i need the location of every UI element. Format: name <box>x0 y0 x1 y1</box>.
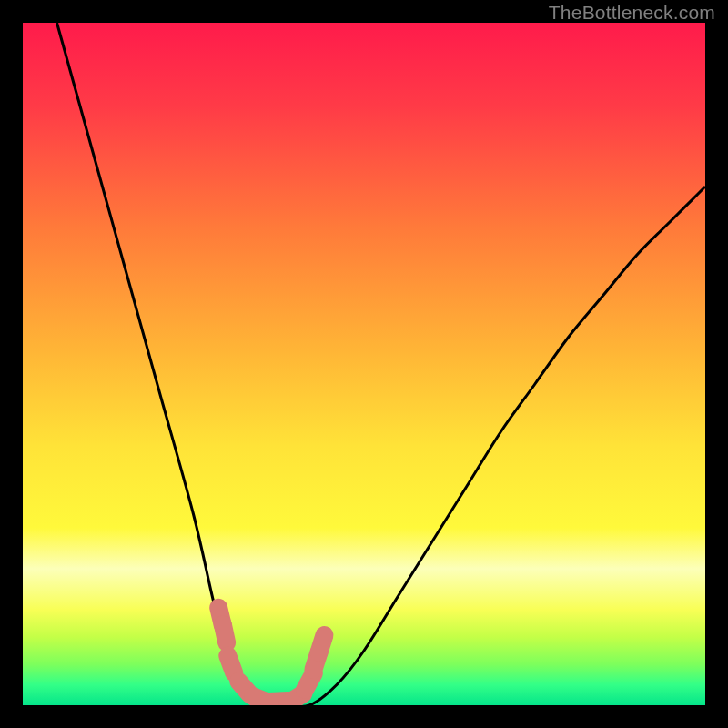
chart-frame: TheBottleneck.com <box>0 0 728 728</box>
plot-area <box>23 23 705 705</box>
bottleneck-curve <box>57 23 706 705</box>
curve-marker <box>228 656 234 673</box>
curve-marker <box>223 625 227 643</box>
watermark-text: TheBottleneck.com <box>549 2 715 24</box>
curve-layer <box>23 23 705 705</box>
curve-marker <box>319 635 325 652</box>
marker-group <box>218 608 324 703</box>
